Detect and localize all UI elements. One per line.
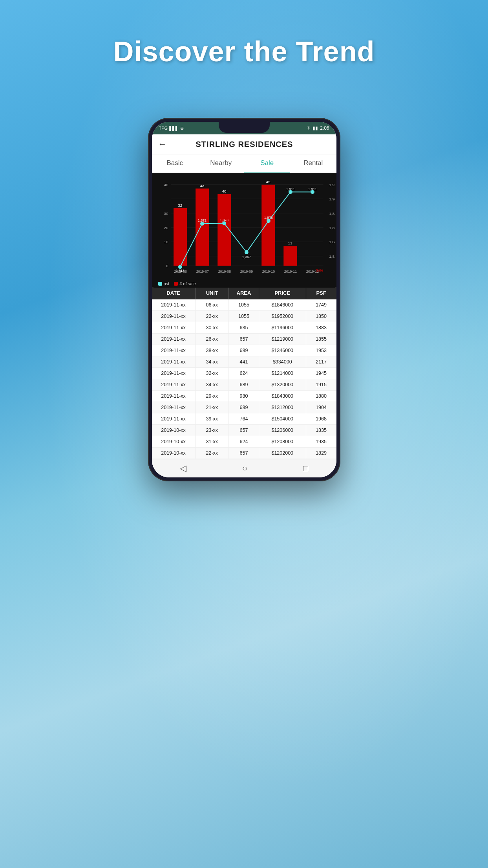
col-price: PRICE <box>259 287 306 299</box>
svg-text:40: 40 <box>222 189 226 193</box>
back-nav-icon[interactable]: ◁ <box>180 463 186 473</box>
table-cell: 2019-11-xx <box>152 311 196 322</box>
svg-text:1,872: 1,872 <box>197 218 206 222</box>
table-cell: 06-xx <box>196 299 229 310</box>
svg-text:45: 45 <box>266 180 270 184</box>
svg-rect-34 <box>283 246 297 266</box>
nav-bar: ◁ ○ □ <box>152 459 336 477</box>
table-cell: $1202000 <box>259 448 306 459</box>
phone-frame: TPG ▌▌▌ ⊕ ✳ ▮▮ 2:06 ← STIRLING RESIDENCE… <box>148 118 340 481</box>
table-cell: $1219000 <box>259 334 306 345</box>
svg-text:2019-07: 2019-07 <box>196 270 208 273</box>
table-cell: 2019-10-xx <box>152 436 196 447</box>
table-row: 2019-10-xx23-xx657$12060001835 <box>152 425 336 436</box>
svg-rect-28 <box>196 189 209 266</box>
table-cell: $1312000 <box>259 402 306 413</box>
signal-icon: ▌▌▌ <box>169 126 178 130</box>
table-row: 2019-11-xx30-xx635$11960001883 <box>152 322 336 334</box>
table-cell: 1835 <box>306 425 336 436</box>
tab-rental[interactable]: Rental <box>290 154 336 172</box>
table-cell: 657 <box>229 448 259 459</box>
table-row: 2019-11-xx06-xx1055$18460001749 <box>152 299 336 311</box>
table-cell: 657 <box>229 334 259 345</box>
table-header: DATE UNIT AREA PRICE PSF <box>152 287 336 299</box>
table-cell: 2019-11-xx <box>152 345 196 356</box>
table-cell: 21-xx <box>196 402 229 413</box>
chart-area: 40 30 20 10 0 1,920 1,900 1,880 1,860 1,… <box>152 173 336 287</box>
table-cell: 2019-11-xx <box>152 402 196 413</box>
phone-mockup: TPG ▌▌▌ ⊕ ✳ ▮▮ 2:06 ← STIRLING RESIDENCE… <box>148 118 340 481</box>
table-cell: 32-xx <box>196 368 229 379</box>
table-cell: 2019-11-xx <box>152 368 196 379</box>
psf-color-box <box>158 282 162 286</box>
svg-point-36 <box>178 265 182 269</box>
psf-label: psf <box>164 281 170 286</box>
legend-sale: # of sale <box>174 281 196 286</box>
table-row: 2019-11-xx34-xx441$9340002117 <box>152 356 336 368</box>
app-content: ← STIRLING RESIDENCES Basic Nearby Sale … <box>152 134 336 477</box>
table-row: 2019-11-xx34-xx689$13200001915 <box>152 379 336 391</box>
home-nav-icon[interactable]: ○ <box>242 463 247 473</box>
col-psf: PSF <box>306 287 336 299</box>
svg-text:30: 30 <box>164 211 168 216</box>
app-title: STIRLING RESIDENCES <box>171 140 330 149</box>
table-cell: $1208000 <box>259 436 306 447</box>
col-date: DATE <box>152 287 196 299</box>
table-row: 2019-11-xx32-xx624$12140001945 <box>152 368 336 379</box>
table-cell: 1880 <box>306 391 336 402</box>
table-body: 2019-11-xx06-xx1055$184600017492019-11-x… <box>152 299 336 459</box>
table-row: 2019-10-xx31-xx624$12080001935 <box>152 436 336 448</box>
table-cell: 980 <box>229 391 259 402</box>
svg-text:1,840: 1,840 <box>329 240 335 244</box>
svg-text:1,873: 1,873 <box>219 218 228 222</box>
recent-nav-icon[interactable]: □ <box>303 463 308 473</box>
table-cell: 2019-11-xx <box>152 299 196 310</box>
table-cell: 441 <box>229 356 259 367</box>
svg-text:32: 32 <box>178 203 182 207</box>
table-cell: 31-xx <box>196 436 229 447</box>
svg-text:40: 40 <box>164 183 168 187</box>
table-cell: 764 <box>229 413 259 424</box>
table-cell: 689 <box>229 379 259 390</box>
table-cell: $1843000 <box>259 391 306 402</box>
table-cell: 1855 <box>306 334 336 345</box>
table-cell: $1206000 <box>259 425 306 436</box>
table-cell: 1883 <box>306 322 336 333</box>
svg-text:43: 43 <box>200 184 204 188</box>
table-cell: $1346000 <box>259 345 306 356</box>
table-cell: 1904 <box>306 402 336 413</box>
svg-text:1,920: 1,920 <box>329 183 335 187</box>
tab-nearby[interactable]: Nearby <box>198 154 244 172</box>
svg-text:2019-09: 2019-09 <box>240 270 252 273</box>
table-cell: 2019-11-xx <box>152 379 196 390</box>
svg-text:1,911: 1,911 <box>286 187 294 191</box>
table-cell: 1829 <box>306 448 336 459</box>
svg-text:1,818: 1,818 <box>175 269 184 273</box>
battery-icon: ▮▮ <box>313 125 318 131</box>
back-button[interactable]: ← <box>158 139 167 149</box>
table-row: 2019-11-xx39-xx764$15040001968 <box>152 413 336 425</box>
table-cell: 635 <box>229 322 259 333</box>
svg-text:2019-08: 2019-08 <box>218 270 230 273</box>
table-cell: 1749 <box>306 299 336 310</box>
tab-sale[interactable]: Sale <box>244 154 291 172</box>
wifi-icon: ⊕ <box>180 126 184 131</box>
tab-basic[interactable]: Basic <box>152 154 198 172</box>
table-cell: $1214000 <box>259 368 306 379</box>
svg-text:2019-10: 2019-10 <box>262 270 274 273</box>
svg-text:Sale: Sale <box>315 268 323 272</box>
table-cell: 2019-11-xx <box>152 322 196 333</box>
chart-legend: psf # of sale <box>154 280 335 288</box>
svg-text:20: 20 <box>164 226 168 230</box>
table-cell: $1952000 <box>259 311 306 322</box>
table-cell: 30-xx <box>196 322 229 333</box>
table-cell: 34-xx <box>196 356 229 367</box>
svg-text:1,820: 1,820 <box>329 254 335 259</box>
table-cell: 2019-11-xx <box>152 334 196 345</box>
table-cell: 1935 <box>306 436 336 447</box>
sale-legend-label: # of sale <box>179 281 196 286</box>
table-cell: $1846000 <box>259 299 306 310</box>
phone-screen: TPG ▌▌▌ ⊕ ✳ ▮▮ 2:06 ← STIRLING RESIDENCE… <box>152 122 336 477</box>
svg-rect-32 <box>261 185 275 266</box>
table-cell: $934000 <box>259 356 306 367</box>
